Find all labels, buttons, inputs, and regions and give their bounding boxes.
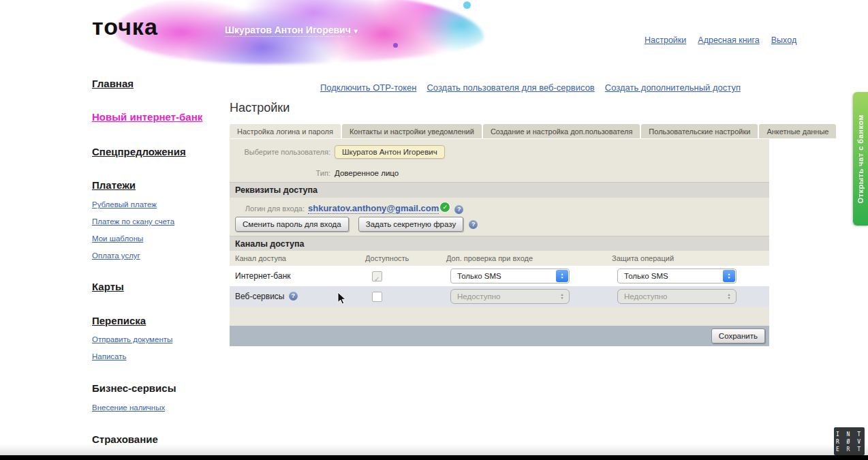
save-button[interactable]: Сохранить xyxy=(711,328,765,343)
tab-user-settings[interactable]: Пользовательские настройки xyxy=(641,124,758,138)
verified-check-icon: ✓ xyxy=(439,202,450,213)
user-select-row: Выберите пользователя:Шкуратов Антон Иго… xyxy=(230,145,445,159)
password-buttons-row: Сменить пароль для входа Задать секретну… xyxy=(235,217,478,232)
column-availability: Доступность xyxy=(365,251,409,266)
sidebar-item-payments[interactable]: Платежи xyxy=(92,179,136,191)
user-menu[interactable]: Шкуратов Антон Игоревич▾ xyxy=(225,25,358,35)
nav-address-book-link[interactable]: Адресная книга xyxy=(698,35,759,45)
availability-checkbox[interactable] xyxy=(372,292,382,302)
table-row-internet-bank: Интернет-банк ✓ Только SMS ▲▼ Только SMS… xyxy=(230,266,769,286)
select-value: Недоступно xyxy=(457,290,500,303)
create-webservice-user-link[interactable]: Создать пользователя для веб-сервисов xyxy=(427,82,594,93)
tab-additional-user[interactable]: Создание и настройка доп.пользователя xyxy=(483,124,640,138)
page-title: Настройки xyxy=(230,101,290,115)
user-select-button[interactable]: Шкуратов Антон Игоревич xyxy=(335,145,445,159)
sidebar-item-new-internet-bank[interactable]: Новый интернет-банк xyxy=(92,111,202,123)
login-row: Логин для входа:shkuratov.anthony@gmail.… xyxy=(230,202,463,214)
splash-dot xyxy=(463,1,471,9)
operation-protection-select-disabled: Недоступно ▲▼ xyxy=(617,289,737,304)
access-channels-title: Каналы доступа xyxy=(230,239,305,249)
password-help-icon[interactable]: ? xyxy=(469,220,478,229)
select-value: Недоступно xyxy=(624,290,667,303)
select-arrows-icon: ▲▼ xyxy=(723,290,735,303)
user-type-value: Доверенное лицо xyxy=(335,169,399,177)
user-name: Шкуратов Антон Игоревич xyxy=(225,25,351,37)
checkmark-icon: ✓ xyxy=(374,275,379,283)
sidebar-item-special-offers[interactable]: Спецпредложения xyxy=(92,146,186,157)
top-nav: Настройки Адресная книга Выход xyxy=(645,35,796,45)
user-type-row: Тип:Доверенное лицо xyxy=(230,166,399,179)
splash-dot xyxy=(393,43,398,48)
select-arrows-icon: ▲▼ xyxy=(556,270,568,282)
sidebar-item-pay-services[interactable]: Оплата услуг xyxy=(92,251,140,260)
sidebar-item-main[interactable]: Главная xyxy=(92,78,134,89)
sidebar-item-cards[interactable]: Карты xyxy=(92,281,124,292)
access-details-title: Реквизиты доступа xyxy=(230,185,317,195)
nav-logout-link[interactable]: Выход xyxy=(771,35,796,45)
column-operation-protection: Защита операций xyxy=(612,251,674,266)
table-row-web-services: Веб-сервисы ? Недоступно ▲▼ Недоступно ▲… xyxy=(230,286,769,307)
operation-protection-select[interactable]: Только SMS ▲▼ xyxy=(617,269,737,283)
sidebar-item-my-templates[interactable]: Мои шаблоны xyxy=(92,234,143,243)
select-arrows-icon: ▲▼ xyxy=(723,270,735,282)
settings-panel: Выберите пользователя:Шкуратов Антон Иго… xyxy=(230,139,769,326)
tab-contacts-notifications[interactable]: Контакты и настройки уведомлений xyxy=(342,124,482,138)
login-label: Логин для входа: xyxy=(230,204,305,213)
user-type-label: Тип: xyxy=(230,169,330,177)
select-value: Только SMS xyxy=(457,269,501,283)
login-check-select[interactable]: Только SMS ▲▼ xyxy=(450,269,570,283)
bottom-black-bar xyxy=(0,455,868,460)
webservices-help-icon[interactable]: ? xyxy=(289,292,298,301)
user-select-label: Выберите пользователя: xyxy=(230,148,330,156)
tab-login-password[interactable]: Настройка логина и пароля xyxy=(230,124,341,138)
access-details-section-header: Реквизиты доступа xyxy=(230,182,769,198)
select-arrows-icon: ▲▼ xyxy=(556,290,568,303)
sidebar-item-correspondence[interactable]: Переписка xyxy=(92,315,146,326)
nav-settings-link[interactable]: Настройки xyxy=(645,35,686,45)
sidebar-item-ruble-payment[interactable]: Рублевый платеж xyxy=(92,200,157,209)
select-value: Только SMS xyxy=(624,269,668,283)
page: точка Шкуратов Антон Игоревич▾ Настройки… xyxy=(0,0,868,460)
channels-table-header: Канал доступа Доступность Доп. проверка … xyxy=(230,251,769,266)
settings-tabs: Настройка логина и пароля Контакты и нас… xyxy=(230,124,836,138)
caret-down-icon: ▾ xyxy=(354,27,358,35)
login-help-icon[interactable]: ? xyxy=(454,205,463,214)
chat-tab-label: Открыть чат с банком xyxy=(856,114,865,204)
connect-otp-token-link[interactable]: Подключить OTP-токен xyxy=(320,82,416,93)
sidebar-item-cash-deposit[interactable]: Внесение наличных xyxy=(92,403,165,412)
column-channel: Канал доступа xyxy=(235,251,286,266)
sidebar-item-send-documents[interactable]: Отправить документы xyxy=(92,335,172,343)
login-check-select-disabled: Недоступно ▲▼ xyxy=(450,289,570,304)
secret-phrase-button[interactable]: Задать секретную фразу xyxy=(358,217,463,232)
column-login-check: Доп. проверка при входе xyxy=(446,251,533,266)
sidebar-item-business-services: Бизнес-сервисы xyxy=(92,382,176,394)
mouse-cursor xyxy=(337,292,347,305)
change-password-button[interactable]: Сменить пароль для входа xyxy=(235,217,349,232)
panel-footer: Сохранить xyxy=(230,326,769,346)
login-email-link[interactable]: shkuratov.anthony@gmail.com xyxy=(308,203,439,214)
watermark-line: I N T xyxy=(834,431,865,438)
open-chat-tab[interactable]: Открыть чат с банком xyxy=(853,92,868,226)
sidebar-item-write[interactable]: Написать xyxy=(92,352,127,361)
sidebar-item-scan-payment[interactable]: Платеж по скану счета xyxy=(92,217,174,226)
bank-logo: точка xyxy=(92,14,158,40)
channel-name: Интернет-банк xyxy=(235,266,291,286)
channel-name: Веб-сервисы ? xyxy=(235,286,298,307)
create-additional-access-link[interactable]: Создать дополнительный доступ xyxy=(605,82,741,93)
availability-checkbox[interactable]: ✓ xyxy=(372,271,382,281)
access-channels-section-header: Каналы доступа xyxy=(230,236,769,251)
sidebar-item-insurance: Страхование xyxy=(92,433,158,445)
tab-profile-data[interactable]: Анкетные данные xyxy=(759,124,836,138)
action-links: Подключить OTP-токен Создать пользовател… xyxy=(320,82,741,93)
bottom-fade xyxy=(0,444,868,455)
